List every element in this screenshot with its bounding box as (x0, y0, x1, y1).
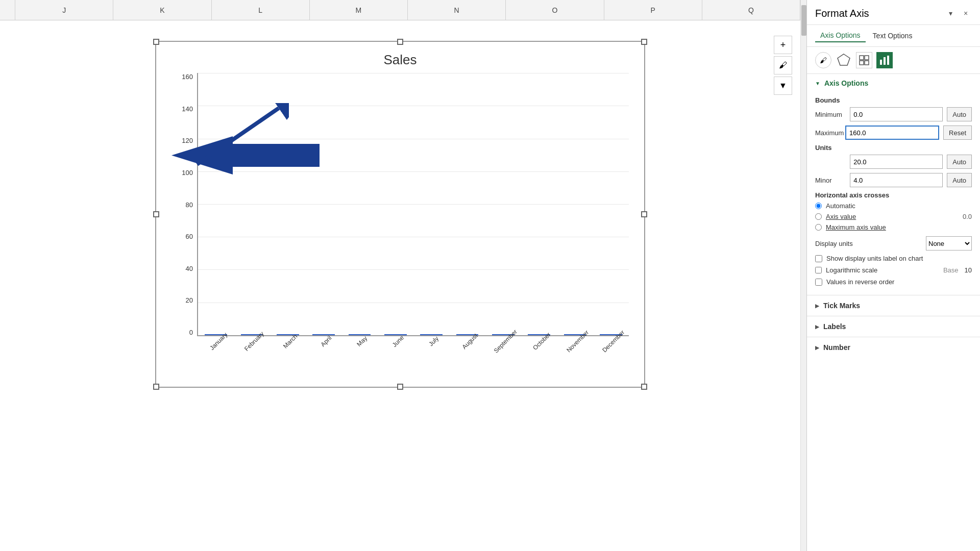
labels-section: ▶ Labels (807, 316, 980, 337)
scrollbar-thumb[interactable] (801, 5, 806, 36)
x-label-group-january: January (198, 336, 234, 367)
pentagon-icon[interactable] (836, 52, 852, 68)
spreadsheet-content: Sales 160 140 120 100 80 60 40 20 0 (0, 20, 800, 551)
bar-april[interactable] (312, 334, 335, 335)
minimum-auto-btn[interactable]: Auto (947, 107, 972, 121)
units-label: Units (815, 144, 972, 152)
handle-bl[interactable] (153, 384, 159, 390)
scrollbar[interactable] (800, 0, 806, 551)
units-arrow-annotation (187, 103, 289, 171)
x-label-group-october: October (521, 336, 557, 367)
format-panel: Format Axis ▾ × Axis Options Text Option… (806, 0, 980, 551)
automatic-radio[interactable] (815, 203, 822, 209)
x-label-group-december: December (593, 336, 629, 367)
max-axis-label[interactable]: Maximum axis value (826, 223, 886, 231)
axis-value-label[interactable]: Axis value (826, 213, 856, 220)
handle-tc[interactable] (397, 39, 403, 45)
col-header-j[interactable]: J (15, 0, 113, 20)
svg-rect-10 (887, 56, 889, 65)
handle-br[interactable] (641, 384, 647, 390)
bar-group-august (449, 334, 485, 335)
show-display-units-checkbox[interactable] (815, 255, 822, 262)
handle-ml[interactable] (153, 211, 159, 217)
minimum-input[interactable] (850, 107, 943, 121)
labels-triangle: ▶ (815, 324, 819, 330)
show-display-units-label[interactable]: Show display units label on chart (826, 255, 923, 262)
add-element-btn[interactable]: + (774, 36, 792, 54)
svg-line-2 (197, 108, 279, 164)
chart-inner: Sales 160 140 120 100 80 60 40 20 0 (161, 47, 639, 382)
paint-brush-btn[interactable]: 🖌 (774, 56, 792, 74)
bar-group-june (378, 334, 413, 335)
axis-crosses-label: Horizontal axis crosses (815, 191, 972, 199)
filter-btn[interactable]: ▼ (774, 77, 792, 95)
x-label-group-february: February (234, 336, 270, 367)
maximum-input[interactable] (845, 126, 939, 140)
automatic-label[interactable]: Automatic (826, 202, 855, 210)
show-display-units-row: Show display units label on chart (815, 255, 972, 262)
col-header-m[interactable]: M (310, 0, 408, 20)
axis-value-radio-row: Axis value 0.0 (815, 213, 972, 220)
bar-july[interactable] (420, 334, 443, 335)
minimum-label: Minimum (815, 111, 850, 118)
handle-bc[interactable] (397, 384, 403, 390)
handle-mr[interactable] (641, 211, 647, 217)
bar-group-october (521, 334, 557, 335)
bar-group-march (270, 334, 306, 335)
logarithmic-label[interactable]: Logarithmic scale (826, 266, 877, 274)
minimum-row: Minimum Auto (815, 107, 972, 121)
axis-options-section-header[interactable]: ▼ Axis Options (807, 74, 980, 92)
bar-may[interactable] (349, 334, 371, 335)
col-header-o[interactable]: O (506, 0, 604, 20)
number-header[interactable]: ▶ Number (807, 337, 980, 358)
panel-close-btn[interactable]: × (960, 7, 972, 19)
log-base-label: Base (943, 266, 959, 274)
x-label-group-august: August (449, 336, 485, 367)
x-label-group-july: July (413, 336, 449, 367)
y-label-160: 160 (182, 73, 193, 81)
logarithmic-checkbox[interactable] (815, 267, 822, 273)
col-header-n[interactable]: N (408, 0, 506, 20)
units-minor-auto-btn[interactable]: Auto (947, 173, 972, 187)
chart-container[interactable]: Sales 160 140 120 100 80 60 40 20 0 (155, 41, 645, 388)
bar-june[interactable] (384, 334, 407, 335)
tick-marks-header[interactable]: ▶ Tick Marks (807, 295, 980, 316)
x-label-group-june: June (378, 336, 413, 367)
bar-chart-icon[interactable] (876, 52, 893, 68)
units-minor-row: Minor Auto (815, 173, 972, 187)
units-major-auto-btn[interactable]: Auto (947, 155, 972, 169)
paint-icon[interactable]: 🖌 (815, 52, 831, 68)
col-header-l[interactable]: L (212, 0, 310, 20)
col-header-p[interactable]: P (604, 0, 702, 20)
tab-text-options[interactable]: Text Options (868, 30, 918, 42)
values-reverse-checkbox[interactable] (815, 279, 822, 286)
display-units-row: Display units None Hundreds Thousands Mi… (815, 236, 972, 251)
panel-title: Format Axis (815, 8, 869, 19)
tab-axis-options[interactable]: Axis Options (815, 29, 866, 42)
max-axis-radio[interactable] (815, 224, 822, 231)
units-minor-input[interactable] (850, 173, 943, 187)
grid-icon[interactable] (856, 52, 872, 68)
labels-label: Labels (823, 322, 846, 331)
display-units-label: Display units (815, 240, 926, 247)
values-reverse-label[interactable]: Values in reverse order (826, 278, 894, 286)
units-major-input[interactable] (850, 155, 943, 169)
handle-tl[interactable] (153, 39, 159, 45)
labels-header[interactable]: ▶ Labels (807, 316, 980, 337)
display-units-select[interactable]: None Hundreds Thousands Millions (926, 236, 972, 251)
chart-title: Sales (161, 47, 639, 68)
handle-tr[interactable] (641, 39, 647, 45)
spreadsheet-area: J K L M N O P Q (0, 0, 800, 551)
y-label-0: 0 (189, 329, 193, 336)
number-triangle: ▶ (815, 345, 819, 350)
icon-row: 🖌 (807, 47, 980, 74)
y-label-20: 20 (186, 296, 193, 304)
tab-row: Axis Options Text Options (807, 25, 980, 47)
axis-value-radio[interactable] (815, 213, 822, 220)
log-base-value: 10 (965, 266, 972, 274)
maximum-reset-btn[interactable]: Reset (943, 126, 972, 140)
panel-dropdown-icon[interactable]: ▾ (944, 7, 957, 19)
col-header-k[interactable]: K (113, 0, 211, 20)
x-label-group-september: September (485, 336, 521, 367)
col-header-q[interactable]: Q (702, 0, 800, 20)
